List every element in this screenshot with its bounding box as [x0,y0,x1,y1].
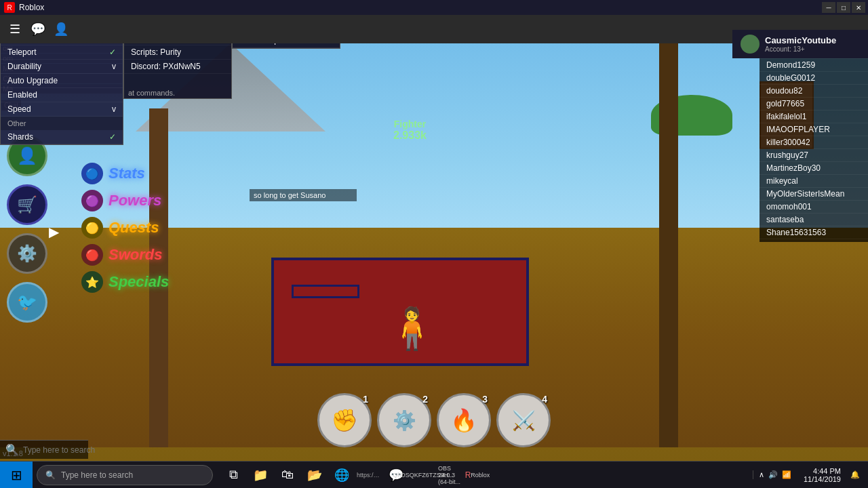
taskbar-pinned-icons: ⧉ 📁 🛍 📂 🌐 https://pastebin.co... 💬 QhDSQ… [217,463,494,487]
specials-icon: ⭐ [81,271,103,293]
username: CausmicYoutube [765,35,836,45]
player-item-demond: Demond1259 [760,59,868,72]
user-account: Account: 13+ [765,45,836,53]
taskbar-clock[interactable]: 4:44 PM 11/14/2019 [800,467,845,483]
systray-volume[interactable]: 📶 [782,470,791,479]
titlebar: R Roblox ─ □ ✕ [0,0,868,15]
nav-stats[interactable]: 🔵 Stats [81,163,169,184]
roblox-taskbar-icon: R [465,470,471,480]
systray-chevron[interactable]: ∧ [759,470,764,479]
other-label: Other [7,119,26,127]
taskbar-chrome[interactable]: 🌐 [330,463,354,487]
action-commands: at commands. [124,87,231,98]
pillar-right [659,41,678,447]
chat-input[interactable] [23,445,125,455]
ability-icon-1: ✊ [331,407,358,433]
titlebar-title: Roblox [19,3,822,12]
auto-upgrade-item[interactable]: Auto Upgrade [1,74,123,88]
taskbar-explorer[interactable]: 📁 [248,463,273,487]
taskbar: ⊞ 🔍 Type here to search ⧉ 📁 🛍 📂 🌐 https:… [0,461,868,488]
player-item-martinez: MartinezBoy30 [760,162,868,175]
ability-1[interactable]: 1 ✊ [317,393,372,447]
twitter-button[interactable]: 🐦 [7,282,47,323]
player-item-imao: IMAOOFPLAYER [760,123,868,136]
shards-label: Shards [7,132,33,142]
taskbar-qhd[interactable]: QhDSQKFZ6TZS9H... [411,463,435,487]
credits-scripts: Scripts: Purity [124,45,231,60]
teleport-label: Teleport [7,47,37,57]
clock-date: 11/14/2019 [804,475,841,483]
taskbar-obs[interactable]: OBS 24.0.3 (64-bit... [438,463,462,487]
player-item-myolder: MyOlderSisterIsMean [760,188,868,201]
obs-label: OBS 24.0.3 (64-bit... [438,465,462,485]
specials-label: Specials [108,273,169,291]
chatbox[interactable]: 🔍 [0,440,88,459]
enabled-item-2[interactable]: Enabled [1,88,123,102]
maximize-button[interactable]: □ [837,2,850,13]
close-button[interactable]: ✕ [852,2,865,13]
credits-scripts-label: Scripts: Purity [131,47,181,57]
player-item-shane: Shane15631563 [760,226,868,239]
fighter-label: Fighter 2.933k [393,119,427,142]
nav-specials[interactable]: ⭐ Specials [81,271,169,293]
swords-icon: 🔴 [81,244,103,266]
menu-icon[interactable]: ☰ [5,20,24,39]
paste-url: https://pastebin.co... [357,472,381,479]
durability-item[interactable]: Durability v [1,60,123,74]
taskbar-store[interactable]: 🛍 [275,463,300,487]
titlebar-controls: ─ □ ✕ [822,2,865,13]
chat-search-icon: 🔍 [5,443,19,456]
taskbar-folder[interactable]: 📂 [302,463,327,487]
nav-powers[interactable]: 🟣 Powers [81,190,169,211]
shards-item[interactable]: Shards ✓ [1,130,123,144]
systray: ∧ 🔊 📶 [753,470,797,479]
quests-icon: 🟡 [81,217,103,239]
speed-item[interactable]: Speed v [1,102,123,117]
player-item-ifaki: ifakifalelol1 [760,110,868,123]
notification-icon[interactable]: 🔔 [848,470,863,479]
player-item-omo: omomoh001 [760,201,868,214]
cart-button[interactable]: 🛒 [7,184,47,225]
player-item-krush: krushguy27 [760,149,868,162]
nav-swords[interactable]: 🔴 Swords [81,244,169,266]
enabled-label-2: Enabled [7,90,37,100]
player-item-mikey: mikeycal [760,175,868,188]
user-info: CausmicYoutube Account: 13+ [732,30,868,58]
credits-discord: Discord: PXdNwN5 [124,60,231,74]
ability-4[interactable]: 4 ⚔️ [496,393,551,447]
ability-2[interactable]: 2 ⚙️ [377,393,431,447]
roblox-icon: R [4,2,15,13]
taskbar-roblox[interactable]: R Roblox [465,463,490,487]
taskbar-taskview[interactable]: ⧉ [221,463,245,487]
nav-quests[interactable]: 🟡 Quests [81,217,169,239]
player-item-santa: santaseba [760,214,868,226]
chat-icon[interactable]: 💬 [28,20,47,39]
other-section: Other [1,117,123,130]
teleport-item[interactable]: Teleport ✓ [1,45,123,60]
minimize-button[interactable]: ─ [822,2,835,13]
expand-arrow[interactable]: ▶ [49,224,59,240]
stats-icon: 🔵 [81,163,103,184]
settings-button[interactable]: ⚙️ [7,233,47,274]
player-item-killer: killer300042 [760,136,868,149]
action-buttons: 👤 🛒 ⚙️ 🐦 [7,136,47,323]
start-button[interactable]: ⊞ [0,462,33,489]
taskbar-search[interactable]: 🔍 Type here to search [37,465,213,485]
taskbar-paste[interactable]: https://pastebin.co... [357,463,381,487]
stats-label: Stats [108,165,145,182]
shards-check: ✓ [109,132,116,142]
ability-icon-4: ⚔️ [512,409,536,432]
search-placeholder: Type here to search [61,470,133,480]
hotkey-3: 3 [482,394,488,405]
speed-label: Speed [7,104,31,114]
character-icon[interactable]: 👤 [52,20,71,39]
game-message: so long to get Susano [250,189,357,201]
ability-icon-2: ⚙️ [393,409,416,432]
systray-network[interactable]: 🔊 [768,470,778,479]
player-item-gold: gold77665 [760,98,868,110]
swords-label: Swords [108,246,162,264]
player-item-doudou: doudou82 [760,85,868,98]
ability-3[interactable]: 3 🔥 [437,393,491,447]
durability-label: Durability [7,62,41,71]
ability-icon-3: 🔥 [450,407,477,433]
